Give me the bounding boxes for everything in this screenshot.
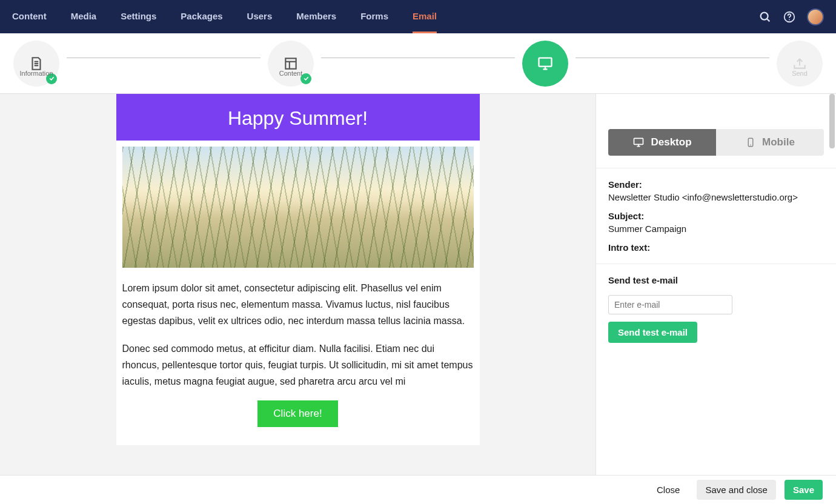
email-preview: Happy Summer! Lorem ipsum dolor sit amet… bbox=[116, 94, 480, 445]
device-desktop-button[interactable]: Desktop bbox=[608, 129, 716, 156]
svg-rect-7 bbox=[285, 58, 296, 68]
divider bbox=[596, 264, 836, 264]
device-mobile-label: Mobile bbox=[762, 136, 795, 148]
svg-rect-10 bbox=[539, 58, 552, 66]
close-button[interactable]: Close bbox=[648, 480, 688, 500]
mobile-icon bbox=[745, 137, 756, 148]
svg-rect-14 bbox=[634, 138, 643, 144]
divider bbox=[596, 168, 836, 168]
send-test-input[interactable] bbox=[608, 295, 732, 314]
nav-tab-forms[interactable]: Forms bbox=[360, 0, 388, 33]
scrollbar[interactable] bbox=[828, 94, 836, 475]
send-test-section: Send test e-mail Send test e-mail bbox=[596, 275, 836, 343]
step-information[interactable]: Information bbox=[6, 41, 67, 87]
sender-label: Sender: bbox=[608, 179, 824, 190]
stepper: Information Content Preview Send bbox=[0, 33, 836, 94]
email-headline: Happy Summer! bbox=[116, 94, 480, 141]
sidebar: Desktop Mobile Sender: Newsletter Studio… bbox=[595, 94, 836, 475]
save-and-close-button[interactable]: Save and close bbox=[697, 480, 776, 500]
top-nav-right bbox=[758, 8, 824, 25]
nav-tab-media[interactable]: Media bbox=[71, 0, 97, 33]
send-test-button[interactable]: Send test e-mail bbox=[608, 322, 697, 343]
nav-tab-content[interactable]: Content bbox=[12, 0, 47, 33]
svg-point-3 bbox=[789, 19, 790, 20]
svg-line-1 bbox=[767, 19, 769, 21]
device-desktop-label: Desktop bbox=[651, 136, 691, 148]
top-nav-tabs: Content Media Settings Packages Users Me… bbox=[12, 0, 758, 33]
footer: Close Save and close Save bbox=[0, 475, 836, 504]
email-hero-image bbox=[122, 147, 474, 268]
email-cta-button[interactable]: Click here! bbox=[257, 400, 337, 427]
email-body: Lorem ipsum dolor sit amet, consectetur … bbox=[116, 268, 480, 445]
step-connector bbox=[67, 58, 260, 58]
step-label: Content bbox=[260, 70, 321, 77]
step-preview[interactable]: Preview bbox=[515, 41, 576, 87]
top-nav: Content Media Settings Packages Users Me… bbox=[0, 0, 836, 33]
nav-tab-packages[interactable]: Packages bbox=[181, 0, 222, 33]
nav-tab-settings[interactable]: Settings bbox=[121, 0, 156, 33]
device-toggle: Desktop Mobile bbox=[608, 129, 824, 156]
subject-value: Summer Campaign bbox=[608, 224, 824, 234]
step-label: Send bbox=[769, 70, 830, 77]
sender-value: Newsletter Studio <info@newsletterstudio… bbox=[608, 192, 824, 202]
intro-label: Intro text: bbox=[608, 242, 824, 253]
nav-tab-users[interactable]: Users bbox=[247, 0, 273, 33]
svg-point-0 bbox=[761, 12, 768, 19]
nav-tab-members[interactable]: Members bbox=[296, 0, 336, 33]
subject-label: Subject: bbox=[608, 211, 824, 221]
device-mobile-button[interactable]: Mobile bbox=[716, 129, 824, 156]
step-connector bbox=[576, 58, 769, 58]
search-icon[interactable] bbox=[758, 10, 772, 24]
step-content[interactable]: Content bbox=[260, 41, 321, 87]
step-send[interactable]: Send bbox=[769, 41, 830, 87]
email-paragraph: Donec sed commodo metus, at efficitur di… bbox=[122, 340, 474, 390]
save-button[interactable]: Save bbox=[785, 480, 823, 500]
monitor-icon bbox=[632, 136, 645, 148]
nav-tab-email[interactable]: Email bbox=[413, 0, 437, 33]
meta-section: Sender: Newsletter Studio <info@newslett… bbox=[596, 179, 836, 253]
help-icon[interactable] bbox=[783, 10, 796, 24]
step-label: Preview bbox=[515, 70, 576, 77]
email-paragraph: Lorem ipsum dolor sit amet, consectetur … bbox=[122, 280, 474, 330]
preview-pane: Happy Summer! Lorem ipsum dolor sit amet… bbox=[0, 94, 595, 475]
user-avatar[interactable] bbox=[807, 8, 824, 25]
step-label: Information bbox=[6, 70, 67, 77]
main: Happy Summer! Lorem ipsum dolor sit amet… bbox=[0, 94, 836, 475]
step-connector bbox=[321, 58, 515, 58]
send-test-title: Send test e-mail bbox=[608, 275, 824, 285]
